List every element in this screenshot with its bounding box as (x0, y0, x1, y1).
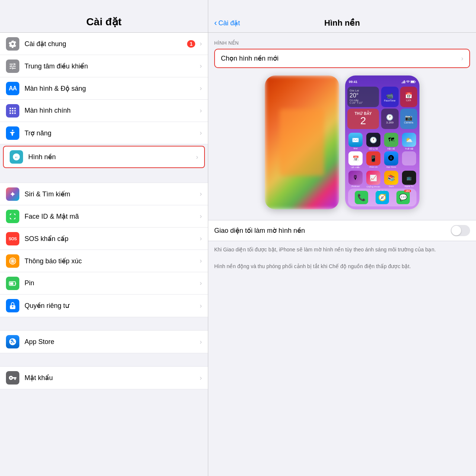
dock-messages: 💬 164 (396, 191, 410, 204)
dark-mode-switch[interactable] (451, 225, 470, 236)
pin-label: Pin (25, 279, 198, 287)
quyen-rieng-tu-label: Quyền riêng tư (25, 302, 198, 310)
back-chevron-icon: ‹ (214, 18, 217, 28)
left-header: Cài đặt (0, 0, 208, 33)
wallpaper-preview-container: 09:41 Gia Lai 20° Có mây (208, 68, 476, 217)
back-button[interactable]: ‹ Cài đặt (214, 18, 240, 28)
tro-nang-label: Trợ năng (25, 129, 198, 137)
section-label: HÌNH NỀN (208, 33, 476, 49)
home-screen-preview: 09:41 Gia Lai 20° Có mây (345, 75, 419, 209)
accessibility-icon (6, 126, 19, 140)
tro-nang-chevron: › (200, 129, 202, 137)
app-dong-ho: 🕐 Đồng hồ (365, 133, 382, 150)
settings-item-man-hinh-do-sang[interactable]: AA Màn hình & Độ sáng › (0, 77, 208, 100)
app-phim-cu: 📱 Phim cũ (365, 151, 382, 168)
siri-icon (6, 187, 19, 201)
password-icon (6, 371, 19, 385)
sos-icon: SOS (6, 232, 19, 245)
right-content: HÌNH NỀN Chọn hình nền mới › 09:41 (208, 33, 476, 476)
settings-item-siri[interactable]: Siri & Tìm kiếm › (0, 183, 208, 205)
app-grid-2: 🎙 Podcast 📈 Chứng khoán 📚 Sách 📺 Apple T… (345, 171, 419, 188)
man-hinh-do-sang-chevron: › (200, 84, 202, 92)
mat-khau-chevron: › (200, 374, 202, 382)
back-label: Cài đặt (218, 19, 240, 27)
choose-wallpaper-row[interactable]: Chọn hình nền mới › (214, 49, 470, 68)
contact-tracing-icon (6, 254, 19, 268)
cai-dat-chung-label: Cài đặt chung (25, 40, 187, 48)
sos-chevron: › (200, 235, 202, 242)
app-grid: ✉️ Mail 🕐 Đồng hồ 🗺 Bản đồ ⛅ Thời tiết (345, 131, 419, 171)
svg-rect-5 (411, 81, 414, 83)
thong-bao-chevron: › (200, 257, 202, 265)
dock-safari: 🧭 (376, 191, 389, 204)
settings-group-4: Mật khẩu › (0, 366, 208, 389)
separator-1 (0, 170, 208, 183)
separator-2 (0, 317, 208, 330)
home-screen-icon (6, 104, 19, 118)
sliders-icon (6, 60, 19, 73)
app-app-store: 🅐 App Store (383, 151, 399, 168)
left-panel: Cài đặt Cài đặt chung 1 › Trung tâm điều… (0, 0, 208, 476)
app-store-icon (6, 335, 19, 348)
gear-icon (6, 37, 19, 51)
trung-tam-label: Trung tâm điều khiển (25, 62, 198, 70)
settings-item-face-id[interactable]: Face ID & Mật mã › (0, 205, 208, 228)
mat-khau-label: Mật khẩu (25, 374, 198, 382)
wallpaper-icon (10, 150, 23, 164)
brightness-icon: AA (6, 82, 19, 95)
choose-wallpaper-chevron: › (461, 55, 463, 62)
svg-point-1 (12, 260, 14, 262)
thong-bao-label: Thông báo tiếp xúc (25, 257, 198, 265)
dock-phone: 📞 (355, 191, 368, 204)
app-podcast: 🎙 Podcast (347, 171, 364, 188)
right-header: ‹ Cài đặt Hình nền (208, 0, 476, 33)
settings-item-quyen-rieng-tu[interactable]: Quyền riêng tư › (0, 295, 208, 317)
right-title: Hình nền (324, 18, 360, 28)
dock: 📞 🧭 💬 164 (348, 189, 416, 206)
app-sach: 📚 Sách (383, 171, 399, 188)
cai-dat-chung-badge: 1 (187, 40, 195, 48)
app-appletv: 📺 Apple TV (401, 171, 417, 188)
settings-list: Cài đặt chung 1 › Trung tâm điều khiển ›… (0, 33, 208, 476)
svg-rect-3 (10, 282, 13, 284)
right-widgets: 📹 FaceTime 📅 Lịch 🕐 3.269 (381, 87, 417, 129)
app-store-chevron: › (200, 338, 202, 346)
man-hinh-do-sang-label: Màn hình & Độ sáng (25, 84, 198, 93)
settings-item-sos[interactable]: SOS SOS khẩn cấp › (0, 228, 208, 250)
settings-group-3: App Store › (0, 330, 208, 353)
app-ban-do: 🗺 Bản đồ (383, 133, 399, 150)
privacy-icon (6, 299, 19, 312)
description-2: Hình nền động và thu phóng phối cảnh bị … (208, 258, 476, 275)
app-store-label: App Store (25, 338, 198, 346)
settings-item-cai-dat-chung[interactable]: Cài đặt chung 1 › (0, 33, 208, 55)
settings-item-mat-khau[interactable]: Mật khẩu › (0, 367, 208, 389)
app-suc-khoe: 📈 Chứng khoán (365, 171, 382, 188)
settings-item-hinh-nen[interactable]: Hình nền › (3, 146, 205, 168)
man-hinh-chinh-chevron: › (200, 107, 202, 115)
settings-group-1: Cài đặt chung 1 › Trung tâm điều khiển ›… (0, 33, 208, 168)
face-id-icon (6, 210, 19, 223)
settings-item-tro-nang[interactable]: Trợ năng › (0, 122, 208, 144)
choose-wallpaper-label: Chọn hình nền mới (221, 54, 460, 62)
settings-item-pin[interactable]: Pin › (0, 272, 208, 295)
man-hinh-chinh-label: Màn hình chính (25, 107, 198, 115)
status-time: 09:41 (349, 80, 357, 84)
status-bar: 09:41 (345, 75, 419, 86)
right-panel: ‹ Cài đặt Hình nền HÌNH NỀN Chọn hình nề… (208, 0, 476, 476)
settings-item-man-hinh-chinh[interactable]: Màn hình chính › (0, 100, 208, 122)
dark-mode-toggle-row[interactable]: Giao diện tối làm mờ hình nền (208, 220, 476, 241)
pin-chevron: › (200, 279, 202, 287)
trung-tam-chevron: › (200, 62, 202, 70)
face-id-label: Face ID & Mật mã (25, 212, 198, 221)
quyen-rieng-tu-chevron: › (200, 302, 202, 310)
app-thoi-tiet: ⛅ Thời tiết (401, 133, 417, 150)
dark-mode-label: Giao diện tối làm mờ hình nền (214, 226, 451, 235)
settings-item-app-store[interactable]: App Store › (0, 331, 208, 353)
app-mail: ✉️ Mail (347, 133, 364, 150)
app-lich: 📅 Lời nhắc (347, 151, 364, 168)
app-placeholder (401, 151, 417, 168)
settings-item-trung-tam[interactable]: Trung tâm điều khiển › (0, 55, 208, 77)
settings-item-thong-bao[interactable]: Thông báo tiếp xúc › (0, 250, 208, 272)
separator-3 (0, 353, 208, 366)
left-widgets: Gia Lai 20° Có mây C:28° T:10° THỨ BẢY 2 (347, 87, 379, 129)
